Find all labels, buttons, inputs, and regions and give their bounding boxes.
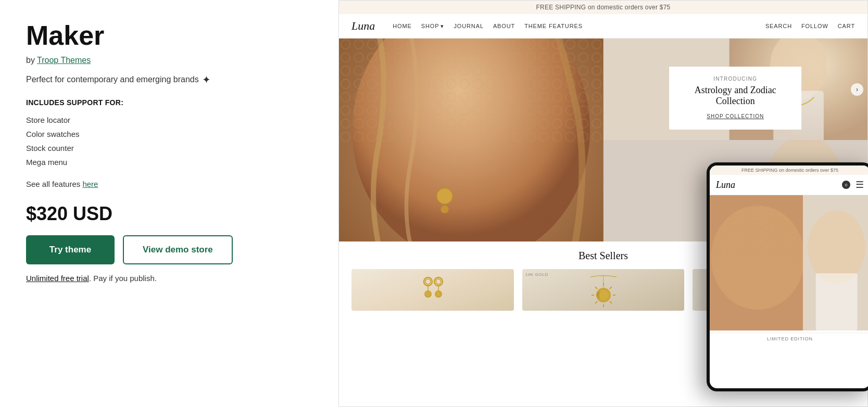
tablet-overlay: FREE SHIPPING on domestic orders over $7… <box>707 162 868 391</box>
see-all-prefix: See all features <box>26 180 82 188</box>
tablet-limited-edition: LIMITED EDITION <box>710 333 868 345</box>
author-link[interactable]: Troop Themes <box>37 56 91 65</box>
svg-point-42 <box>808 211 865 284</box>
tagline: Perfect for contemporary and emerging br… <box>26 73 312 86</box>
sparkle-icon: ✦ <box>202 73 211 86</box>
tablet-nav-right: 0 ☰ <box>842 179 864 190</box>
see-all-link[interactable]: here <box>82 180 98 188</box>
necklace-illustration <box>588 272 619 308</box>
store-topbar: FREE SHIPPING on domestic orders over $7… <box>339 1 867 14</box>
includes-title: INCLUDES SUPPORT FOR: <box>26 98 312 107</box>
feature-item: Store locator <box>26 113 312 127</box>
earrings-illustration <box>420 272 446 309</box>
left-panel: Maker by Troop Themes Perfect for contem… <box>0 0 338 407</box>
price-display: $320 USD <box>26 203 312 225</box>
trial-suffix: . Pay if you publish. <box>89 274 157 283</box>
see-all-features: See all features here <box>26 180 312 188</box>
hero-right-top-image: INTRODUCING Astrology and Zodiac Collect… <box>603 39 868 140</box>
tablet-cart-badge[interactable]: 0 <box>842 181 850 189</box>
svg-line-32 <box>595 287 597 289</box>
tablet-hero <box>710 195 868 330</box>
free-trial-text: Unlimited free trial. Pay if you publish… <box>26 274 312 283</box>
hero-shop-link[interactable]: SHOP COLLECTION <box>707 113 764 119</box>
shop-chevron-icon: ▾ <box>441 23 444 30</box>
svg-line-34 <box>610 287 612 289</box>
svg-point-22 <box>436 279 441 284</box>
product-card-earrings[interactable] <box>351 269 514 311</box>
hero-overlay-card: INTRODUCING Astrology and Zodiac Collect… <box>669 67 801 130</box>
store-logo: Luna <box>351 19 375 33</box>
nav-home[interactable]: HOME <box>393 23 412 30</box>
nav-journal[interactable]: JOURNAL <box>454 23 484 30</box>
store-nav: Luna HOME SHOP ▾ JOURNAL ABOUT THEME FEA… <box>339 14 867 39</box>
svg-point-5 <box>441 206 448 213</box>
product-badge-14k: 14K GOLD <box>525 272 548 277</box>
nav-cart[interactable]: CART <box>838 23 855 29</box>
nav-links: HOME SHOP ▾ JOURNAL ABOUT THEME FEATURES <box>393 23 753 30</box>
tablet-inner: FREE SHIPPING on domestic orders over $7… <box>710 166 868 388</box>
tablet-logo: Luna <box>716 180 735 190</box>
feature-item: Mega menu <box>26 155 312 169</box>
product-image-necklace: 14K GOLD <box>522 269 685 311</box>
tablet-hero-left <box>710 195 806 330</box>
feature-item: Color swatches <box>26 127 312 141</box>
nav-shop[interactable]: SHOP ▾ <box>421 23 445 30</box>
svg-line-35 <box>595 301 597 303</box>
by-line: by Troop Themes <box>26 56 312 65</box>
product-card-necklace[interactable]: 14K GOLD <box>522 269 685 311</box>
svg-point-25 <box>436 292 441 296</box>
nav-about[interactable]: ABOUT <box>493 23 515 30</box>
nav-theme-features[interactable]: THEME FEATURES <box>524 23 583 30</box>
feature-item: Stock counter <box>26 141 312 155</box>
svg-point-17 <box>425 279 431 284</box>
svg-point-27 <box>598 290 609 300</box>
svg-rect-40 <box>710 195 806 263</box>
tagline-text: Perfect for contemporary and emerging br… <box>26 75 199 84</box>
tablet-hero-right <box>803 195 868 330</box>
features-list: Store locator Color swatches Stock count… <box>26 113 312 169</box>
hero-collection-title: Astrology and Zodiac Collection <box>684 85 787 107</box>
tablet-topbar: FREE SHIPPING on domestic orders over $7… <box>710 166 868 175</box>
hero-left-image <box>339 39 603 241</box>
nav-follow[interactable]: FOLLOW <box>801 23 828 29</box>
tablet-nav: Luna 0 ☰ <box>710 175 868 195</box>
hero-left-photo <box>339 39 603 241</box>
by-text: by <box>26 56 35 65</box>
tablet-menu-icon[interactable]: ☰ <box>856 179 864 190</box>
nav-right: SEARCH FOLLOW CART <box>765 23 855 29</box>
svg-point-20 <box>426 292 430 296</box>
hero-next-arrow[interactable]: › <box>851 83 863 96</box>
nav-search[interactable]: SEARCH <box>765 23 792 29</box>
svg-line-33 <box>610 301 612 303</box>
svg-point-4 <box>437 188 452 204</box>
product-image-earrings <box>351 269 514 311</box>
hero-introducing-text: INTRODUCING <box>684 76 787 82</box>
svg-rect-43 <box>815 273 857 330</box>
theme-title: Maker <box>26 21 312 50</box>
try-theme-button[interactable]: Try theme <box>26 235 115 264</box>
right-panel: FREE SHIPPING on domestic orders over $7… <box>338 0 868 407</box>
view-demo-button[interactable]: View demo store <box>123 235 233 264</box>
free-trial-link[interactable]: Unlimited free trial <box>26 274 89 283</box>
buttons-row: Try theme View demo store <box>26 235 312 264</box>
